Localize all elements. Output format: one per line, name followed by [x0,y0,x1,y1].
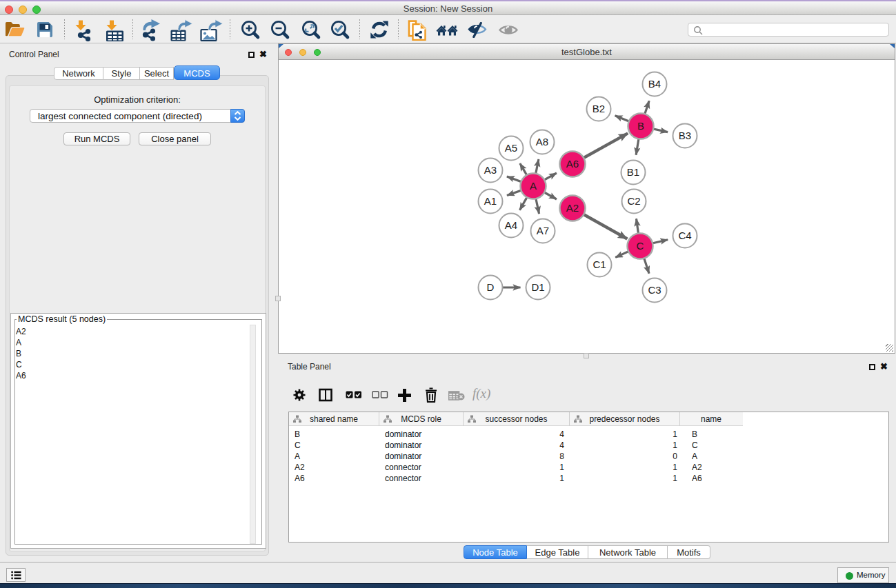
svg-text:C1: C1 [593,258,606,270]
svg-text:B3: B3 [679,130,691,141]
svg-text:B: B [637,120,644,132]
svg-text:B2: B2 [593,103,605,114]
svg-text:D: D [487,281,495,293]
svg-text:A: A [530,180,537,192]
svg-text:C4: C4 [678,230,691,241]
svg-text:A2: A2 [566,202,579,214]
svg-text:D1: D1 [531,281,544,293]
svg-text:B4: B4 [648,78,661,90]
svg-text:A3: A3 [484,164,497,176]
svg-text:A8: A8 [536,136,548,148]
svg-text:A7: A7 [537,225,549,236]
svg-text:C2: C2 [627,195,640,207]
svg-text:A5: A5 [505,142,517,154]
svg-text:C: C [637,240,644,252]
svg-text:A1: A1 [484,195,497,207]
svg-text:A4: A4 [505,219,517,231]
svg-text:B1: B1 [627,166,639,178]
svg-text:A6: A6 [566,158,579,170]
svg-text:C3: C3 [648,284,661,296]
